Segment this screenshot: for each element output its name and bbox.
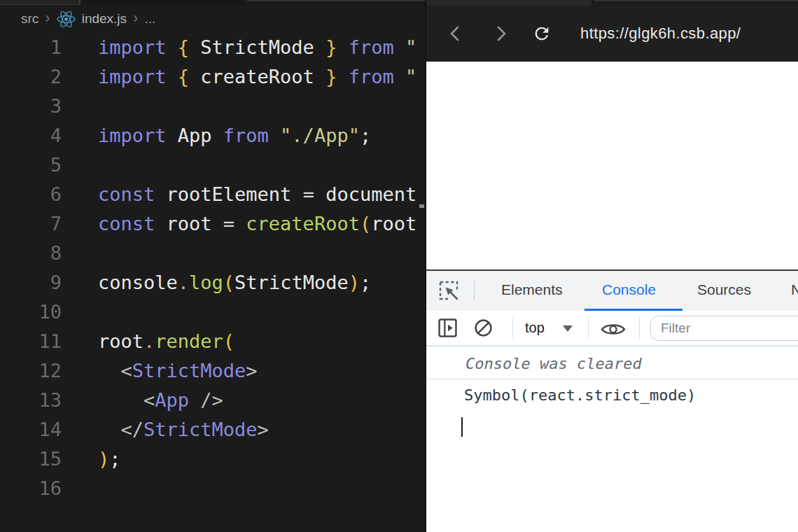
code-line: 14 </StrictMode> — [0, 415, 425, 444]
scrollbar-decoration — [419, 204, 424, 208]
back-button[interactable] — [446, 24, 465, 43]
console-toolbar: top — [425, 311, 798, 346]
code-line: 8 — [0, 239, 425, 268]
chevron-left-icon — [451, 27, 458, 40]
line-number: 15 — [0, 444, 62, 474]
line-number: 14 — [0, 415, 62, 444]
code-line: 3 — [0, 92, 425, 121]
browser-tabstrip — [425, 0, 798, 6]
editor-tabstrip — [0, 0, 425, 6]
breadcrumb: src › index.js › ... — [21, 8, 155, 29]
console-message-text: Symbol(react.strict_mode) — [464, 386, 696, 404]
line-number: 6 — [0, 180, 62, 209]
code-line: 1import { StrictMode } from " — [0, 33, 425, 62]
console-message-log: Symbol(react.strict_mode) — [425, 379, 798, 411]
code-line: 13 <App /> — [0, 386, 425, 415]
pane-divider[interactable] — [425, 0, 426, 532]
code-line: 5 — [0, 150, 425, 180]
code-line: 11root.render( — [0, 327, 425, 356]
line-number: 11 — [0, 327, 62, 356]
reload-icon — [536, 27, 549, 41]
breadcrumb-separator-icon: › — [45, 10, 50, 26]
tab-elements[interactable]: Elements — [501, 271, 563, 309]
tabstrip-line — [247, 0, 425, 1]
code-line: 15); — [0, 444, 425, 474]
devtools-tabbar: Elements Console Sources Network — [425, 271, 798, 311]
breadcrumb-item-src[interactable]: src — [21, 11, 38, 27]
code-text: </StrictMode> — [98, 415, 269, 444]
live-expression-button[interactable] — [600, 321, 626, 338]
line-number: 5 — [0, 150, 62, 180]
tab-sources[interactable]: Sources — [697, 271, 751, 309]
console-sidebar-toggle-button[interactable] — [438, 318, 457, 337]
code-text: root.render( — [98, 327, 234, 356]
code-text: <App /> — [98, 386, 223, 415]
tab-console[interactable]: Console — [602, 271, 656, 309]
sidebar-toggle-icon — [440, 320, 456, 337]
inspect-element-button[interactable] — [439, 281, 458, 300]
line-number: 10 — [0, 298, 62, 327]
forward-button[interactable] — [491, 24, 510, 43]
console-prompt-cursor[interactable] — [461, 417, 463, 437]
console-message-text: Console was cleared — [465, 355, 642, 372]
line-number: 4 — [0, 121, 62, 150]
breadcrumb-ellipsis[interactable]: ... — [144, 11, 155, 27]
code-text: const root = createRoot(root — [98, 209, 416, 239]
code-text: console.log(StrictMode); — [98, 268, 371, 298]
address-url[interactable]: https://glgk6h.csb.app/ — [580, 6, 741, 62]
preview-area — [425, 62, 798, 270]
react-icon — [57, 10, 76, 29]
clear-console-button[interactable] — [474, 318, 493, 337]
line-number: 12 — [0, 356, 62, 386]
chevron-right-icon — [498, 27, 505, 40]
tabstrip-line — [594, 0, 798, 1]
line-number: 13 — [0, 386, 62, 415]
code-line: 16 — [0, 474, 425, 503]
line-number: 8 — [0, 239, 62, 268]
code-text: <StrictMode> — [98, 356, 258, 386]
reload-button[interactable] — [532, 24, 552, 43]
browser-toolbar: https://glgk6h.csb.app/ — [425, 6, 798, 62]
code-text: ); — [98, 444, 121, 474]
line-number: 3 — [0, 92, 62, 121]
breadcrumb-item-file[interactable]: index.js — [82, 11, 127, 27]
line-number: 1 — [0, 33, 62, 62]
browser-tab-top — [425, 0, 592, 6]
editor-pane: src › index.js › ... 1import { StrictMod… — [0, 0, 425, 532]
chevron-down-icon[interactable] — [563, 326, 573, 332]
code-line: 10 — [0, 298, 425, 327]
tab-network[interactable]: Network — [791, 271, 798, 309]
line-number: 2 — [0, 62, 62, 92]
code-text: import { StrictMode } from " — [98, 33, 416, 62]
toolbar-divider — [588, 317, 589, 339]
browser-pane: https://glgk6h.csb.app/ Elements Console… — [425, 0, 798, 532]
toolbar-divider — [639, 317, 640, 339]
line-number: 9 — [0, 268, 62, 298]
code-text: import App from "./App"; — [98, 121, 371, 150]
line-number: 7 — [0, 209, 62, 239]
line-number: 16 — [0, 474, 62, 503]
code-line: 6const rootElement = document — [0, 180, 425, 209]
code-line: 7const root = createRoot(root — [0, 209, 425, 239]
editor-tab-top[interactable] — [0, 0, 80, 5]
code-line: 9console.log(StrictMode); — [0, 268, 425, 298]
code-line: 2import { createRoot } from " — [0, 62, 425, 92]
tabbar-divider — [474, 281, 475, 300]
console-message-info: Console was cleared — [425, 348, 798, 379]
app-window: src › index.js › ... 1import { StrictMod… — [0, 0, 798, 532]
code-text: const rootElement = document — [98, 180, 416, 209]
toolbar-divider — [512, 317, 513, 339]
code-line: 4import App from "./App"; — [0, 121, 425, 150]
code-line: 12 <StrictMode> — [0, 356, 425, 386]
filter-input[interactable] — [650, 316, 798, 341]
breadcrumb-separator-icon: › — [133, 10, 138, 26]
code-text: import { createRoot } from " — [98, 62, 416, 92]
devtools-panel: Elements Console Sources Network top — [425, 270, 798, 532]
console-messages: Console was cleared Symbol(react.strict_… — [425, 348, 798, 411]
code-area[interactable]: 1import { StrictMode } from "2import { c… — [0, 33, 425, 503]
context-selector[interactable]: top — [525, 311, 545, 345]
